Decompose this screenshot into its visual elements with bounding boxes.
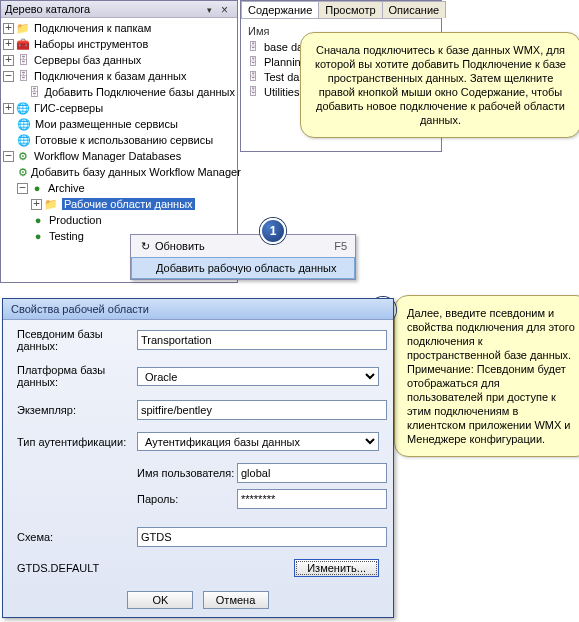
- context-menu: ↻ Обновить F5 Добавить рабочую область д…: [130, 234, 356, 280]
- tree-item[interactable]: ГИС-серверы: [34, 102, 103, 114]
- tree-item[interactable]: Серверы баз данных: [34, 54, 141, 66]
- tree-item[interactable]: Мои размещенные сервисы: [35, 118, 178, 130]
- label-user: Имя пользователя:: [137, 467, 237, 479]
- tab-description[interactable]: Описание: [382, 1, 447, 18]
- tree-item[interactable]: Подключения к базам данных: [34, 70, 186, 82]
- pin-icon[interactable]: [207, 3, 219, 15]
- tree-item[interactable]: Наборы инструментов: [34, 38, 148, 50]
- folder-icon: 📁: [15, 21, 31, 35]
- callout-step1: Сначала подключитесь к базе данных WMX, …: [300, 32, 579, 138]
- wmdb-node-icon: ●: [29, 181, 45, 195]
- step-badge-1: 1: [260, 218, 286, 244]
- tree-item[interactable]: Production: [49, 214, 102, 226]
- workspace-properties-dialog: Свойства рабочей области Псевдоним базы …: [2, 298, 394, 618]
- database-add-icon: 🗄: [28, 85, 41, 99]
- wmdb-node-icon: ●: [30, 213, 46, 227]
- username-field[interactable]: [237, 463, 387, 483]
- wmdb-icon: ⚙: [15, 149, 31, 163]
- ctx-add-workspace[interactable]: Добавить рабочую область данных: [131, 257, 355, 279]
- wmdb-add-icon: ⚙: [18, 165, 28, 179]
- folder-icon: 📁: [43, 197, 59, 211]
- label-schema: Схема:: [17, 531, 137, 543]
- schema-field: [137, 527, 387, 547]
- tree-item[interactable]: Testing: [49, 230, 84, 242]
- auth-select[interactable]: Аутентификация базы данных: [137, 432, 379, 451]
- tree-item[interactable]: Подключения к папкам: [34, 22, 151, 34]
- tree-item[interactable]: Workflow Manager Databases: [34, 150, 181, 162]
- password-field[interactable]: [237, 489, 387, 509]
- ctx-refresh[interactable]: ↻ Обновить F5: [131, 235, 355, 257]
- dialog-title: Свойства рабочей области: [3, 299, 393, 320]
- ok-button[interactable]: OK: [127, 591, 193, 609]
- tree-item-selected[interactable]: Рабочие области данных: [62, 198, 195, 210]
- label-alias: Псевдоним базы данных:: [17, 328, 137, 352]
- instance-field[interactable]: [137, 400, 387, 420]
- label-platform: Платформа базы данных:: [17, 364, 137, 388]
- tree-item[interactable]: Добавить базу данных Workflow Manager: [31, 166, 241, 178]
- catalog-title-bar: Дерево каталога: [1, 1, 237, 18]
- change-button[interactable]: Изменить...: [294, 559, 379, 577]
- catalog-tree[interactable]: +📁Подключения к папкам +🧰Наборы инструме…: [1, 18, 237, 246]
- globe-icon: 🌐: [16, 117, 32, 131]
- tree-item[interactable]: Готовые к использованию сервисы: [35, 134, 213, 146]
- wmdb-node-icon: ●: [30, 229, 46, 243]
- default-schema: GTDS.DEFAULT: [17, 562, 137, 574]
- label-instance: Экземпляр:: [17, 404, 137, 416]
- tree-item[interactable]: Добавить Подключение базы данных: [44, 86, 235, 98]
- database-icon: 🗄: [15, 69, 31, 83]
- globe-icon: 🌐: [15, 101, 31, 115]
- shortcut: F5: [334, 240, 351, 252]
- toolbox-icon: 🧰: [15, 37, 31, 51]
- alias-field[interactable]: [137, 330, 387, 350]
- tree-item[interactable]: Archive: [48, 182, 85, 194]
- tab-contents[interactable]: Содержание: [241, 1, 319, 18]
- close-icon[interactable]: [221, 3, 233, 15]
- globe-icon: 🌐: [16, 133, 32, 147]
- platform-select[interactable]: Oracle: [137, 367, 379, 386]
- callout-step2: Далее, введите псевдоним и свойства подк…: [394, 295, 579, 457]
- label-password: Пароль:: [137, 493, 237, 505]
- tab-preview[interactable]: Просмотр: [318, 1, 382, 18]
- server-icon: 🗄: [15, 53, 31, 67]
- catalog-title: Дерево каталога: [5, 3, 90, 15]
- cancel-button[interactable]: Отмена: [203, 591, 269, 609]
- refresh-icon: ↻: [135, 240, 155, 253]
- label-auth: Тип аутентификации:: [17, 436, 137, 448]
